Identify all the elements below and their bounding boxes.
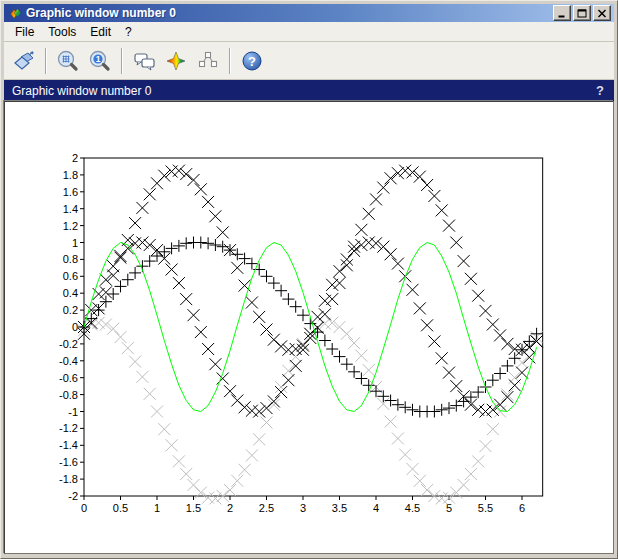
infobar: Graphic window number 0 ? [4,80,614,101]
minimize-button[interactable] [553,5,571,21]
y-tick-label: 1.4 [63,203,78,215]
plot-canvas-area[interactable]: 00.511.522.533.544.555.5621.81.61.41.210… [4,101,614,554]
help-button[interactable]: ? [236,45,268,77]
ged-editor-icon [164,49,188,73]
zoom-area-icon [56,49,80,73]
close-icon [597,9,607,18]
ged-editor-button[interactable] [160,45,192,77]
y-tick-label: -0.6 [59,372,78,384]
y-tick-label: 1.2 [63,220,78,232]
y-tick-label: 0.8 [63,253,78,265]
y-tick-label: -1.6 [59,456,78,468]
infobar-help-link[interactable]: ? [594,83,606,98]
menubar: File Tools Edit ? [4,22,614,42]
x-tick-label: 4 [373,502,379,514]
y-tick-label: 0 [72,321,78,333]
y-tick-label: -1.2 [59,422,78,434]
help-icon: ? [240,49,264,73]
menu-tools[interactable]: Tools [41,23,83,41]
graphic-window: Graphic window number 0 F [0,0,618,559]
scilab-app-icon [8,6,22,20]
x-tick-label: 2.5 [259,502,274,514]
plot-area: 00.511.522.533.544.555.5621.81.61.41.210… [5,102,615,555]
menu-file[interactable]: File [8,23,41,41]
toolbar-separator [45,48,47,74]
y-tick-label: -0.2 [59,338,78,350]
copy-export-button[interactable] [8,45,40,77]
y-tick-label: -0.4 [59,355,78,367]
x-tick-label: 0.5 [113,502,128,514]
x-tick-label: 3.5 [332,502,347,514]
menu-edit[interactable]: Edit [83,23,118,41]
y-tick-label: 0.4 [63,287,78,299]
y-tick-label: 2 [72,152,78,164]
x-tick-label: 3 [300,502,306,514]
x-tick-label: 2 [227,502,233,514]
dialogs-button[interactable] [128,45,160,77]
y-tick-label: -1.8 [59,473,78,485]
y-tick-label: -1 [68,406,78,418]
minimize-icon [557,9,567,18]
x-tick-label: 1.5 [186,502,201,514]
y-tick-label: -0.8 [59,389,78,401]
titlebar[interactable]: Graphic window number 0 [4,4,614,22]
infobar-title: Graphic window number 0 [12,84,594,98]
initial-view-button[interactable]: 1 [84,45,116,77]
y-tick-label: 0.6 [63,270,78,282]
zoom-area-button[interactable] [52,45,84,77]
maximize-button[interactable] [573,5,591,21]
toolbar-separator [229,48,231,74]
toolbar-separator [121,48,123,74]
initial-view-icon: 1 [88,49,112,73]
series-black-plus-sinx [78,237,543,418]
x-tick-label: 1 [154,502,160,514]
window-title: Graphic window number 0 [26,4,553,22]
svg-text:1: 1 [96,54,101,64]
svg-text:?: ? [248,53,256,68]
series-gray-cross-curve [78,317,543,505]
datatips-button[interactable] [192,45,224,77]
menu-help[interactable]: ? [118,23,139,41]
x-tick-label: 5.5 [478,502,493,514]
x-tick-label: 4.5 [405,502,420,514]
close-button[interactable] [593,5,611,21]
y-tick-label: -1.4 [59,439,78,451]
y-tick-label: -2 [68,490,78,502]
copy-export-icon [12,49,36,73]
maximize-icon [577,9,587,18]
toolbar: 1 [4,42,614,80]
y-tick-label: 1.8 [63,169,78,181]
x-tick-label: 0 [81,502,87,514]
y-tick-label: 1.6 [63,186,78,198]
datatips-icon [196,49,220,73]
y-tick-label: 0.2 [63,304,78,316]
y-tick-label: 1 [72,237,78,249]
x-tick-label: 6 [519,502,525,514]
dialogs-icon [132,49,156,73]
